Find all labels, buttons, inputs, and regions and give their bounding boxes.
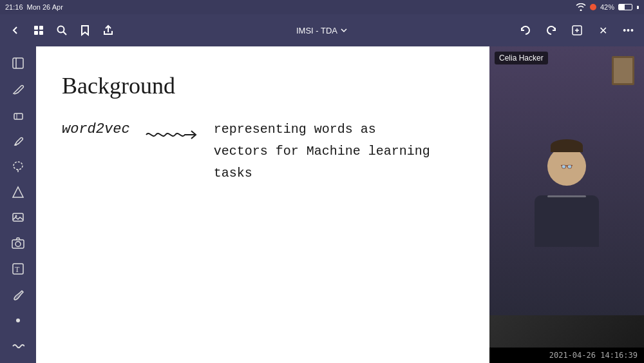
highlighter-tool-icon (12, 134, 24, 147)
svg-rect-3 (39, 31, 43, 35)
close-icon: ✕ (599, 25, 607, 37)
svg-rect-2 (34, 31, 38, 35)
search-button[interactable] (52, 20, 72, 41)
shapes-tool-icon (12, 186, 24, 199)
text-tool-button[interactable]: T (6, 259, 30, 279)
back-icon (10, 25, 21, 36)
eraser-tool-button[interactable] (6, 104, 30, 125)
wave-tool-icon (12, 340, 24, 353)
highlighter-tool-button[interactable] (6, 130, 30, 151)
bookmark-button[interactable] (75, 20, 95, 41)
image-tool-button[interactable] (6, 208, 30, 228)
svg-line-5 (64, 32, 67, 35)
svg-point-11 (14, 162, 23, 170)
slide-title: Background (62, 72, 464, 99)
battery-percent: 42% (600, 3, 614, 11)
wifi-icon (576, 3, 586, 11)
toolbar-right: ✕ ••• (515, 20, 639, 41)
svg-point-20 (16, 319, 20, 322)
undo-button[interactable] (515, 20, 536, 41)
grid-button[interactable] (28, 20, 49, 41)
lasso-tool-icon (12, 160, 24, 173)
sidebar-toggle-icon (12, 57, 24, 70)
pen-tool-icon (12, 288, 24, 301)
more-button[interactable]: ••• (618, 20, 639, 41)
share-button[interactable] (98, 20, 118, 41)
canvas-area[interactable]: Background word2vec representing words a (36, 46, 489, 363)
back-button[interactable] (5, 20, 26, 41)
text-tool-icon: T (12, 262, 24, 275)
redo-icon (545, 25, 557, 36)
search-icon (56, 25, 68, 36)
grid-icon (33, 25, 44, 36)
redo-button[interactable] (541, 20, 562, 41)
status-right: 42% (576, 3, 639, 11)
person-name: Celia Hacker (499, 54, 544, 63)
timestamp-text: 2021-04-26 14:16:39 (549, 351, 638, 360)
webcam-person: 👓 (489, 46, 644, 348)
close-button[interactable]: ✕ (592, 20, 613, 41)
export-icon (571, 25, 583, 36)
handwritten-content: Background word2vec representing words a (36, 46, 489, 363)
word2vec-label: word2vec (62, 121, 130, 137)
svg-rect-7 (13, 58, 23, 68)
recording-indicator (590, 4, 596, 10)
dot-tool-button[interactable] (6, 310, 30, 331)
svg-point-4 (58, 26, 64, 33)
svg-rect-0 (34, 26, 38, 30)
webcam-name-badge: Celia Hacker (495, 52, 548, 64)
date: Mon 26 Apr (27, 3, 63, 11)
dot-tool-icon (12, 314, 24, 327)
webcam-video: 👓 Celia Hacker (489, 46, 644, 348)
image-tool-icon (12, 211, 24, 224)
export-button[interactable] (567, 20, 587, 41)
toolbar-title: IMSI - TDA (296, 26, 348, 35)
camera-tool-icon (12, 237, 24, 250)
wave-tool-button[interactable] (6, 336, 30, 357)
eraser-tool-icon (12, 108, 24, 121)
person-glasses: 👓 (560, 161, 573, 173)
battery-icon (618, 4, 632, 10)
canvas-inner: Background word2vec representing words a (36, 46, 489, 363)
pen-tool-button[interactable] (6, 284, 30, 305)
webcam-panel: 👓 Celia Hacker 2021-04-26 14:16:39 (489, 46, 644, 363)
more-icon: ••• (623, 25, 634, 35)
svg-point-17 (15, 242, 21, 247)
person-head: 👓 (547, 147, 586, 186)
desc-line2: vectors for Machine learning tasks (214, 141, 464, 184)
drawing-toolbar: T (0, 46, 36, 363)
time: 21:16 (5, 3, 23, 11)
title-text: IMSI - TDA (296, 26, 337, 35)
desc-line1: representing words as (214, 119, 464, 141)
squiggle-arrow-icon (143, 124, 201, 146)
toolbar-left (5, 20, 118, 41)
main-area: T Background word2vec (0, 46, 644, 363)
chevron-down-icon (340, 26, 348, 34)
svg-text:T: T (15, 265, 20, 274)
status-bar: 21:16 Mon 26 Apr 42% (0, 0, 644, 14)
webcam-timestamp: 2021-04-26 14:16:39 (489, 348, 644, 363)
pencil-tool-button[interactable] (6, 79, 30, 99)
shapes-tool-button[interactable] (6, 182, 30, 202)
lasso-tool-button[interactable] (6, 156, 30, 177)
person-body (535, 195, 599, 247)
slide-content: word2vec representing words as vectors f… (62, 119, 464, 184)
toolbar: IMSI - TDA ✕ ••• (0, 14, 644, 46)
status-left: 21:16 Mon 26 Apr (5, 3, 63, 11)
sidebar-toggle-button[interactable] (6, 53, 30, 74)
pencil-tool-icon (12, 83, 24, 95)
svg-rect-9 (14, 113, 23, 119)
svg-rect-1 (39, 26, 43, 30)
svg-marker-13 (13, 187, 23, 197)
bookmark-icon (79, 25, 91, 36)
undo-icon (520, 25, 531, 36)
battery-tip (637, 6, 639, 9)
camera-tool-button[interactable] (6, 233, 30, 253)
share-icon (102, 25, 114, 36)
description: representing words as vectors for Machin… (214, 119, 464, 184)
person-silhouette: 👓 (535, 147, 599, 247)
svg-rect-14 (13, 213, 23, 221)
arrow-area (143, 124, 201, 149)
